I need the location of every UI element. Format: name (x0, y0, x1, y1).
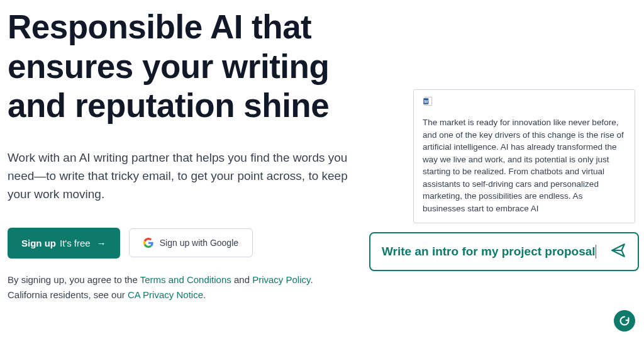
signup-light: It's free (60, 238, 91, 248)
legal-and: and (231, 274, 252, 285)
ca-privacy-link[interactable]: CA Privacy Notice (128, 289, 203, 300)
demo-document-card: W The market is ready for innovation lik… (413, 89, 635, 223)
grammarly-badge[interactable] (614, 310, 635, 332)
text-cursor-icon (596, 245, 597, 259)
signup-button[interactable]: Sign up It's free → (8, 228, 120, 259)
cta-row: Sign up It's free → Sign up with Google (8, 228, 350, 259)
legal-text: By signing up, you agree to the Terms an… (8, 272, 350, 303)
legal-ca-period: . (203, 289, 206, 300)
prompt-input-bar[interactable]: Write an intro for my project proposal (369, 232, 639, 271)
terms-link[interactable]: Terms and Conditions (140, 274, 231, 285)
signup-google-label: Sign up with Google (160, 238, 238, 248)
hero-headline: Responsible AI that ensures your writing… (8, 8, 350, 126)
signup-google-button[interactable]: Sign up with Google (129, 228, 253, 257)
arrow-right-icon: → (97, 238, 106, 248)
privacy-link[interactable]: Privacy Policy (252, 274, 310, 285)
svg-text:W: W (424, 99, 428, 104)
google-icon (143, 238, 153, 248)
prompt-input-text: Write an intro for my project proposal (382, 245, 596, 259)
signup-bold: Sign up (21, 238, 56, 248)
legal-prefix: By signing up, you agree to the (8, 274, 140, 285)
send-icon[interactable] (610, 242, 626, 261)
hero-subhead: Work with an AI writing partner that hel… (8, 148, 350, 204)
legal-period: . (310, 274, 313, 285)
word-icon: W (423, 96, 433, 106)
demo-document-text: The market is ready for innovation like … (423, 116, 626, 215)
legal-ca-prefix: California residents, see our (8, 289, 128, 300)
